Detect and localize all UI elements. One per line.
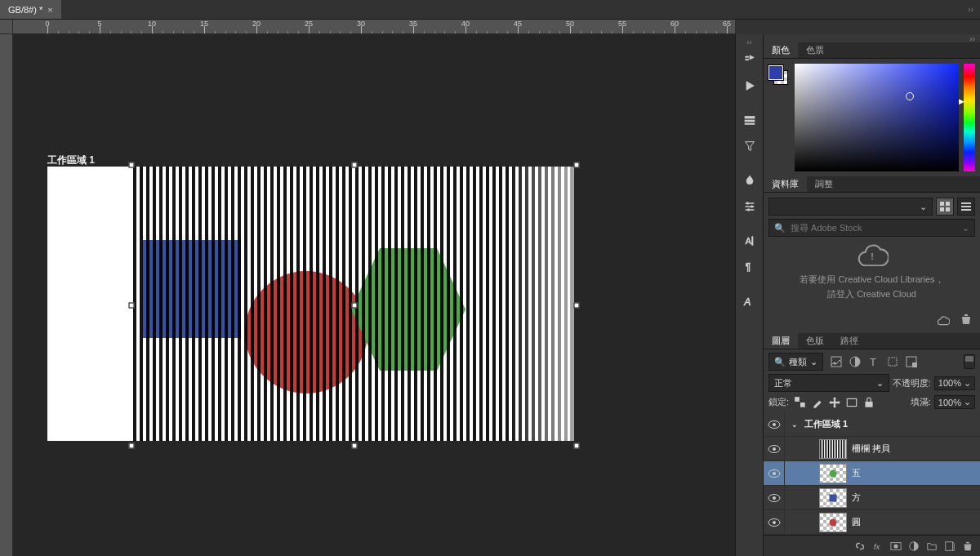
color-panel: ▶	[764, 59, 980, 176]
filter-toggle-switch[interactable]	[964, 354, 975, 369]
layer-row[interactable]: 柵欄 拷貝	[764, 437, 980, 461]
tab-adjustments[interactable]: 調整	[807, 176, 841, 192]
expand-strip-icon[interactable]: ‹‹	[736, 38, 763, 46]
handle-e[interactable]	[574, 303, 580, 309]
tool-presets-icon[interactable]	[737, 134, 762, 158]
tab-color[interactable]: 顏色	[764, 42, 798, 58]
artboard-label[interactable]: 工作區域 1	[47, 153, 95, 167]
layer-thumbnail[interactable]	[819, 513, 847, 532]
link-layers-icon[interactable]	[854, 540, 866, 552]
visibility-toggle[interactable]	[764, 510, 785, 534]
visibility-toggle[interactable]	[764, 486, 785, 509]
glyphs-icon[interactable]: A	[737, 289, 762, 314]
library-selector-dropdown[interactable]: ⌄	[768, 198, 933, 216]
trash-icon[interactable]	[957, 310, 975, 328]
tab-channels[interactable]: 色版	[798, 333, 832, 349]
new-group-icon[interactable]	[926, 540, 938, 552]
filter-smartobject-icon[interactable]	[905, 355, 918, 368]
fill-opacity-control[interactable]: 填滿: 100% ⌄	[911, 395, 975, 409]
lock-artboard-icon[interactable]	[845, 396, 858, 409]
opacity-control[interactable]: 不透明度: 100% ⌄	[893, 376, 975, 390]
color-picker-ring[interactable]	[906, 92, 914, 100]
layer-thumbnail[interactable]	[819, 439, 847, 459]
tab-libraries[interactable]: 資料庫	[764, 176, 807, 192]
layer-name[interactable]: 方	[852, 492, 975, 504]
filter-adjustment-icon[interactable]	[849, 355, 862, 368]
svg-point-5	[747, 209, 750, 211]
filter-pixel-icon[interactable]	[830, 355, 843, 368]
properties-icon[interactable]	[737, 108, 762, 132]
delete-layer-icon[interactable]	[962, 540, 973, 552]
svg-rect-12	[940, 207, 944, 211]
cc-sync-icon[interactable]	[934, 310, 952, 328]
blend-opacity-row: 正常 ⌄ 不透明度: 100% ⌄	[764, 374, 980, 395]
close-tab-icon[interactable]: ×	[47, 5, 52, 15]
lock-paint-icon[interactable]	[811, 396, 824, 409]
canvas-area[interactable]: 工作區域 1	[0, 34, 735, 556]
filter-type-icon[interactable]: T	[867, 355, 880, 368]
layer-name[interactable]: 柵欄 拷貝	[852, 443, 975, 455]
lock-position-icon[interactable]	[828, 396, 841, 409]
blend-mode-dropdown[interactable]: 正常 ⌄	[768, 374, 889, 392]
lock-fill-row: 鎖定: 填滿: 100% ⌄	[764, 395, 980, 412]
svg-rect-11	[946, 202, 950, 206]
brushes-icon[interactable]	[737, 168, 762, 193]
disclosure-triangle-icon[interactable]: ⌄	[790, 420, 800, 429]
panel-column-collapse-icon[interactable]: ››	[764, 34, 980, 42]
chevron-down-icon: ⌄	[810, 357, 817, 367]
layer-name[interactable]: 五	[852, 467, 975, 479]
hue-pointer-icon[interactable]: ▶	[959, 97, 964, 105]
svg-rect-18	[831, 357, 841, 367]
visibility-toggle[interactable]	[764, 412, 785, 436]
stripes-layer[interactable]	[133, 167, 574, 441]
layer-name[interactable]: 工作區域 1	[804, 418, 975, 430]
filter-shape-icon[interactable]	[886, 355, 899, 368]
foreground-background-swatch[interactable]	[768, 65, 790, 87]
layer-kind-filter[interactable]: 🔍 種類 ⌄	[768, 353, 823, 371]
document-tab[interactable]: GB/8#) * ×	[0, 0, 61, 19]
libraries-msg-1: 若要使用 Creative Cloud Libraries，	[800, 273, 943, 287]
new-layer-icon[interactable]	[944, 540, 956, 552]
handle-sw[interactable]	[129, 443, 135, 449]
layer-style-icon[interactable]: fx	[872, 540, 884, 552]
visibility-toggle[interactable]	[764, 461, 785, 485]
grid-view-icon[interactable]	[936, 198, 954, 216]
vertical-ruler[interactable]	[0, 34, 13, 556]
new-adjustment-layer-icon[interactable]	[908, 540, 920, 552]
artboard[interactable]	[47, 167, 570, 441]
lock-transparency-icon[interactable]	[794, 396, 807, 409]
tab-layers[interactable]: 圖層	[764, 333, 798, 349]
svg-rect-7	[751, 237, 752, 246]
handle-s[interactable]	[351, 443, 357, 449]
foreground-color-swatch[interactable]	[768, 65, 783, 80]
stripes-fade	[509, 167, 574, 441]
color-field[interactable]	[795, 64, 959, 171]
tab-paths[interactable]: 路徑	[832, 333, 866, 349]
layer-row[interactable]: 五	[764, 461, 980, 486]
paragraph-icon[interactable]: ¶	[737, 255, 762, 279]
character-icon[interactable]: A	[737, 229, 762, 253]
layer-row[interactable]: 圓	[764, 510, 980, 535]
library-search[interactable]: 🔍 搜尋 Adobe Stock ⌄	[768, 219, 975, 237]
visibility-toggle[interactable]	[764, 437, 785, 460]
layer-row[interactable]: 方	[764, 486, 980, 510]
handle-se[interactable]	[574, 443, 580, 449]
horizontal-ruler[interactable]: 05101520253035404550556065	[0, 20, 735, 34]
adjustments-sliders-icon[interactable]	[737, 194, 762, 219]
handle-ne[interactable]	[574, 162, 580, 168]
right-panel-column: ›› 顏色 色票 ▶ 資料庫 調整	[763, 34, 980, 556]
chevron-down-icon: ⌄	[962, 223, 969, 234]
layer-mask-icon[interactable]	[890, 540, 902, 552]
ruler-origin[interactable]	[0, 20, 13, 34]
layer-artboard[interactable]: ⌄ 工作區域 1	[764, 412, 980, 437]
layer-list[interactable]: ⌄ 工作區域 1 柵欄 拷貝 五	[764, 412, 980, 535]
layer-thumbnail[interactable]	[819, 488, 847, 508]
tab-swatches[interactable]: 色票	[798, 42, 832, 58]
hue-slider[interactable]: ▶	[964, 64, 975, 171]
lock-all-icon[interactable]	[862, 396, 875, 409]
list-view-icon[interactable]	[957, 198, 975, 216]
actions-play-icon[interactable]	[737, 73, 762, 98]
layer-name[interactable]: 圓	[852, 516, 975, 528]
history-icon[interactable]	[737, 47, 762, 72]
layer-thumbnail[interactable]	[819, 464, 847, 483]
